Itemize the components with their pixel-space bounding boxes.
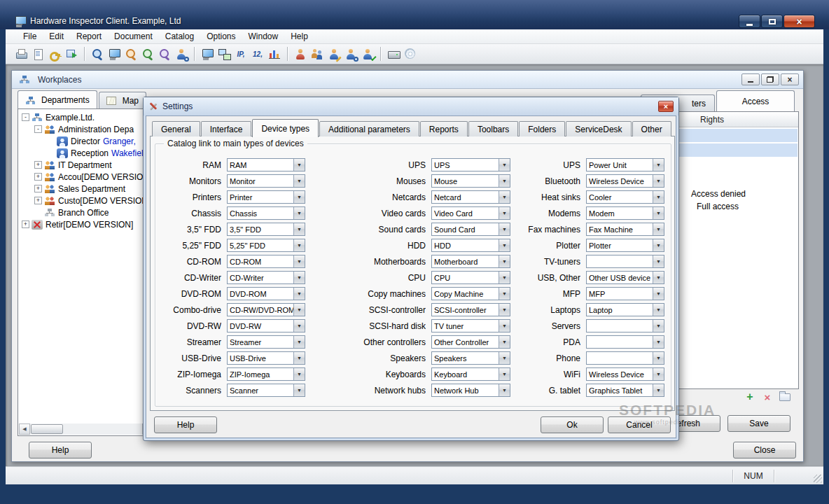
tree-horizontal-scrollbar[interactable]: ◀ ▶ xyxy=(19,424,153,435)
search-advanced-icon[interactable] xyxy=(156,46,173,62)
search-person-icon[interactable] xyxy=(173,46,190,62)
rights-item[interactable]: Access denied xyxy=(691,189,746,199)
tree-item[interactable]: -Administration Depa xyxy=(19,123,153,135)
print-icon[interactable] xyxy=(13,46,29,62)
menu-options[interactable]: Options xyxy=(200,30,242,43)
user-check-icon[interactable] xyxy=(359,46,376,62)
combo-dropdown-button[interactable]: ▼ xyxy=(293,352,305,364)
combo-hdd[interactable]: HDD▼ xyxy=(431,239,510,252)
combo-cpu[interactable]: CPU▼ xyxy=(431,271,510,284)
combo-dropdown-button[interactable]: ▼ xyxy=(653,191,664,203)
combo-speakers[interactable]: Speakers▼ xyxy=(431,351,510,365)
combo-laptops[interactable]: Laptop▼ xyxy=(586,303,664,316)
title-bar[interactable]: Hardware Inspector Client. Example, Ltd … xyxy=(0,0,829,29)
menu-report[interactable]: Report xyxy=(70,30,108,43)
combo-keyboards[interactable]: Keyboard▼ xyxy=(431,368,510,381)
tab-access[interactable]: Access xyxy=(716,90,795,111)
document-icon[interactable] xyxy=(29,46,46,62)
combo-dvd-rom[interactable]: DVD-ROM▼ xyxy=(227,287,305,300)
menu-help[interactable]: Help xyxy=(284,30,314,43)
combo-5-25-fdd[interactable]: 5,25" FDD▼ xyxy=(227,239,305,252)
combo-dropdown-button[interactable]: ▼ xyxy=(653,159,664,171)
combo-streamer[interactable]: Streamer▼ xyxy=(227,335,305,349)
combo-dropdown-button[interactable]: ▼ xyxy=(653,352,664,364)
workplaces-titlebar[interactable]: Workplaces × xyxy=(12,71,803,89)
tab-map[interactable]: Map xyxy=(99,92,146,108)
combo-dropdown-button[interactable]: ▼ xyxy=(653,336,664,348)
combo-video-cards[interactable]: Video Card▼ xyxy=(431,206,510,220)
folder-icon[interactable] xyxy=(779,393,790,401)
combo-dvd-rw[interactable]: DVD-RW▼ xyxy=(227,319,305,332)
combo-dropdown-button[interactable]: ▼ xyxy=(293,191,305,203)
tab-departments[interactable]: Departments xyxy=(18,90,97,108)
combo-dropdown-button[interactable]: ▼ xyxy=(293,207,305,219)
combo-dropdown-button[interactable]: ▼ xyxy=(653,239,664,251)
combo-dropdown-button[interactable]: ▼ xyxy=(293,175,305,187)
combo-dropdown-button[interactable]: ▼ xyxy=(293,368,305,380)
user-search-icon[interactable] xyxy=(342,46,359,62)
combo-dropdown-button[interactable]: ▼ xyxy=(653,207,664,219)
settings-tab-reports[interactable]: Reports xyxy=(420,121,468,136)
combo-cd-writer[interactable]: CD-Writer▼ xyxy=(227,271,305,284)
tree-item[interactable]: DirectorGranger, xyxy=(19,135,153,147)
inventory-number-icon[interactable]: 12, xyxy=(249,46,266,62)
workplaces-help-button[interactable]: Help xyxy=(29,442,92,458)
combo-scanners[interactable]: Scanner▼ xyxy=(227,384,305,397)
combo-dropdown-button[interactable]: ▼ xyxy=(653,320,664,332)
computer-icon[interactable] xyxy=(199,46,216,62)
combo-ram[interactable]: RAM▼ xyxy=(227,158,305,172)
combo-phone[interactable]: ▼ xyxy=(586,351,664,365)
combo-cd-rom[interactable]: CD-ROM▼ xyxy=(227,255,305,268)
combo-dropdown-button[interactable]: ▼ xyxy=(293,288,305,300)
menu-catalog[interactable]: Catalog xyxy=(159,30,200,43)
combo-zip-iomega[interactable]: ZIP-Iomega▼ xyxy=(227,368,305,381)
expand-icon[interactable]: + xyxy=(34,161,42,169)
menu-file[interactable]: File xyxy=(17,30,43,43)
settings-tab-other[interactable]: Other xyxy=(632,121,671,136)
combo-dropdown-button[interactable]: ▼ xyxy=(653,368,664,380)
combo-ups[interactable]: UPS▼ xyxy=(431,158,510,172)
report-monitor-icon[interactable] xyxy=(106,46,123,62)
user-edit-icon[interactable] xyxy=(326,46,342,62)
combo-scsi-hard-disk[interactable]: TV tuner▼ xyxy=(431,319,510,332)
combo-dropdown-button[interactable]: ▼ xyxy=(293,272,305,284)
settings-tab-toolbars[interactable]: Toolbars xyxy=(468,121,518,136)
collapse-icon[interactable]: - xyxy=(22,113,29,121)
statistics-chart-icon[interactable] xyxy=(266,46,283,62)
combo-dropdown-button[interactable]: ▼ xyxy=(293,304,305,316)
workplaces-close-button[interactable]: × xyxy=(781,74,799,85)
collapse-icon[interactable]: - xyxy=(34,125,42,133)
combo-modems[interactable]: Modem▼ xyxy=(586,206,664,220)
expand-icon[interactable]: + xyxy=(34,197,42,204)
settings-tab-servicedesk[interactable]: ServiceDesk xyxy=(566,121,631,136)
close-button[interactable]: Close xyxy=(733,442,796,458)
combo-servers[interactable]: ▼ xyxy=(586,319,664,332)
user-red-icon[interactable] xyxy=(292,46,309,62)
expand-icon[interactable]: + xyxy=(34,173,42,181)
tree-item[interactable]: Branch Office xyxy=(19,206,153,218)
settings-titlebar[interactable]: Settings × xyxy=(144,97,678,115)
tree-item[interactable]: +Custo[DEMO VERSION] xyxy=(19,195,153,206)
combo-dropdown-button[interactable]: ▼ xyxy=(293,223,305,235)
combo-tv-tuners[interactable]: ▼ xyxy=(586,255,664,268)
key-icon[interactable] xyxy=(46,46,63,62)
combo-g-tablet[interactable]: Graphics Tablet▼ xyxy=(586,384,664,397)
combo-motherboards[interactable]: Motherboard▼ xyxy=(431,255,510,268)
menu-edit[interactable]: Edit xyxy=(43,30,70,43)
combo-mouses[interactable]: Mouse▼ xyxy=(431,174,510,188)
combo-dropdown-button[interactable]: ▼ xyxy=(293,336,305,348)
cancel-button[interactable]: Cancel xyxy=(608,416,671,433)
tree-item[interactable]: +Sales Department xyxy=(19,183,153,195)
ok-button[interactable]: Ok xyxy=(541,416,604,433)
combo-dropdown-button[interactable]: ▼ xyxy=(653,223,664,235)
expand-icon[interactable]: + xyxy=(34,185,42,192)
combo-chassis[interactable]: Chassis▼ xyxy=(227,206,305,220)
settings-tab-folders[interactable]: Folders xyxy=(519,121,565,136)
tree-item[interactable]: +IT Department xyxy=(19,159,153,171)
app-minimize-button[interactable] xyxy=(739,15,760,28)
expand-icon[interactable]: + xyxy=(22,220,29,228)
app-maximize-button[interactable] xyxy=(761,15,783,28)
combo-dropdown-button[interactable]: ▼ xyxy=(293,384,305,396)
combo-other-controllers[interactable]: Other Controller▼ xyxy=(431,335,510,349)
add-icon[interactable]: + xyxy=(744,391,755,402)
